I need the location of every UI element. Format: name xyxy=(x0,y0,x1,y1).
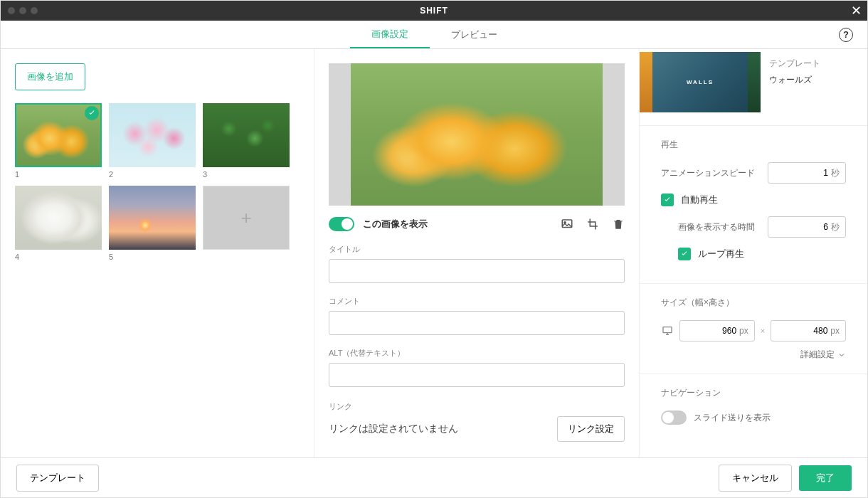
tab-bar: 画像設定 プレビュー ? xyxy=(1,21,867,49)
thumbnail-2[interactable] xyxy=(109,103,196,167)
alt-input[interactable] xyxy=(329,363,625,387)
thumb-label: 5 xyxy=(109,253,196,261)
speed-label: アニメーションスピード xyxy=(661,167,755,179)
link-label: リンク xyxy=(329,401,625,412)
size-sep: × xyxy=(761,327,765,335)
thumb-label: 1 xyxy=(15,170,102,179)
title-label: タイトル xyxy=(329,244,625,255)
traffic-min[interactable] xyxy=(19,7,26,14)
size-title: サイズ（幅×高さ） xyxy=(661,297,846,309)
svg-rect-2 xyxy=(663,327,672,333)
loop-checkbox[interactable] xyxy=(678,248,691,260)
slide-nav-toggle[interactable] xyxy=(661,410,687,425)
trash-icon[interactable] xyxy=(612,218,625,231)
height-unit: px xyxy=(830,326,840,336)
nav-title: ナビゲーション xyxy=(661,387,846,399)
app-title: SHIFT xyxy=(420,6,448,16)
autoplay-checkbox[interactable] xyxy=(661,194,674,206)
duration-label: 画像を表示する時間 xyxy=(678,221,755,233)
show-image-toggle[interactable] xyxy=(329,217,354,231)
image-icon[interactable] xyxy=(561,218,573,231)
chevron-down-icon xyxy=(837,351,846,359)
template-thumbnail[interactable]: WALLS xyxy=(640,52,761,112)
add-thumbnail-button[interactable]: + xyxy=(203,186,290,250)
template-walls-label: WALLS xyxy=(687,79,714,85)
duration-unit: 秒 xyxy=(831,221,840,233)
center-panel: この画像を表示 タイトル コメント ALT（代替テキスト） リンク xyxy=(314,49,640,457)
autoplay-label: 自動再生 xyxy=(681,194,718,206)
link-settings-button[interactable]: リンク設定 xyxy=(557,416,625,442)
thumbnail-4[interactable] xyxy=(15,186,102,250)
link-empty-text: リンクは設定されていません xyxy=(329,423,458,435)
show-image-label: この画像を表示 xyxy=(363,218,428,231)
thumbnail-3[interactable] xyxy=(203,103,290,167)
thumb-label: 4 xyxy=(15,253,102,261)
width-unit: px xyxy=(739,326,748,336)
image-preview xyxy=(329,63,625,206)
slide-nav-label: スライド送りを表示 xyxy=(694,412,771,424)
footer: テンプレート キャンセル 完了 xyxy=(1,457,867,497)
detail-label: 詳細設定 xyxy=(800,349,835,361)
thumbnail-1[interactable] xyxy=(15,103,102,167)
traffic-max[interactable] xyxy=(31,7,38,14)
title-input[interactable] xyxy=(329,259,625,283)
duration-input[interactable] xyxy=(774,222,828,232)
crop-icon[interactable] xyxy=(586,218,599,231)
playback-title: 再生 xyxy=(661,139,846,151)
check-icon xyxy=(85,106,99,120)
traffic-close[interactable] xyxy=(8,7,15,14)
tab-settings[interactable]: 画像設定 xyxy=(350,21,430,48)
thumb-label: 3 xyxy=(203,170,290,179)
detail-settings-link[interactable]: 詳細設定 xyxy=(661,349,846,361)
left-panel: 画像を追加 1 2 3 4 xyxy=(1,49,314,457)
width-input[interactable] xyxy=(686,326,736,336)
loop-label: ループ再生 xyxy=(698,248,744,260)
monitor-icon xyxy=(661,325,674,337)
speed-input[interactable] xyxy=(774,168,828,178)
done-button[interactable]: 完了 xyxy=(799,465,852,491)
close-icon[interactable]: ✕ xyxy=(851,3,862,18)
comment-input[interactable] xyxy=(329,311,625,335)
template-name: ウォールズ xyxy=(769,74,854,86)
thumbnail-5[interactable] xyxy=(109,186,196,250)
alt-label: ALT（代替テキスト） xyxy=(329,348,625,359)
comment-label: コメント xyxy=(329,296,625,307)
right-panel: WALLS テンプレート ウォールズ 再生 アニメーションスピード 秒 xyxy=(640,49,867,457)
help-icon[interactable]: ? xyxy=(839,28,853,42)
thumb-label: 2 xyxy=(109,170,196,179)
cancel-button[interactable]: キャンセル xyxy=(719,465,792,492)
height-input[interactable] xyxy=(777,326,827,336)
speed-unit: 秒 xyxy=(831,167,840,179)
tab-preview[interactable]: プレビュー xyxy=(430,21,519,48)
add-image-button[interactable]: 画像を追加 xyxy=(15,63,85,90)
template-button[interactable]: テンプレート xyxy=(16,465,99,492)
template-label: テンプレート xyxy=(769,58,854,70)
titlebar: SHIFT ✕ xyxy=(1,1,867,21)
